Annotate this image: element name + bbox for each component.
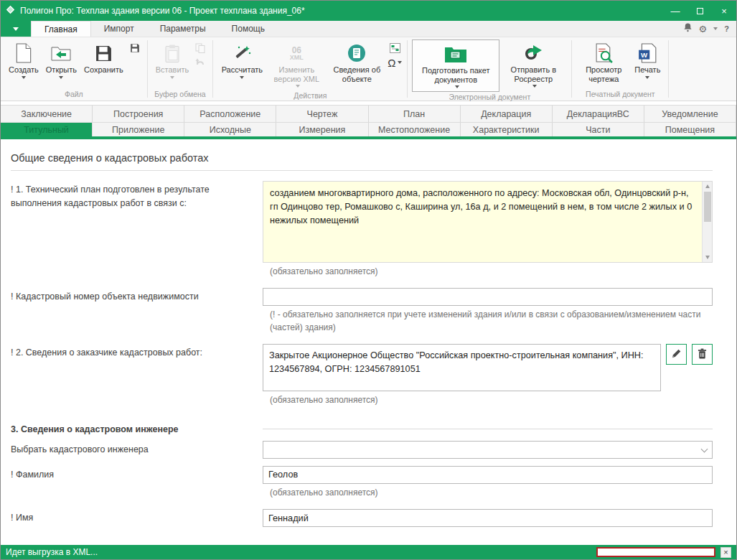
tab-mestopolozhenie[interactable]: Местоположение — [369, 123, 461, 136]
caret-down-icon — [645, 76, 649, 81]
tab-chertezh[interactable]: Чертеж — [276, 106, 368, 122]
edit-pencil-icon — [671, 348, 682, 361]
caret-down-icon — [59, 76, 63, 81]
edit-customer-button[interactable] — [666, 344, 687, 365]
delete-customer-button[interactable] — [692, 344, 713, 365]
customer-value-box[interactable]: Закрытое Акционерное Общество "Российска… — [263, 344, 661, 391]
surname-label: ! Фамилия — [11, 466, 263, 482]
status-text: Идет выгрузка в XML... — [6, 547, 98, 557]
group-separator — [668, 40, 669, 98]
scroll-down-icon[interactable] — [703, 253, 712, 262]
surname-input[interactable] — [263, 466, 713, 484]
omega-icon: Ω — [388, 57, 395, 68]
surname-hint: (обязательно заполняется) — [263, 484, 713, 506]
open-folder-icon — [50, 42, 72, 65]
send-rosreestr-icon — [523, 42, 543, 65]
save-as-icon[interactable] — [128, 42, 141, 54]
tab-deklaraciyavs[interactable]: ДекларацияВС — [553, 106, 644, 122]
preview-drawing-button[interactable]: Просмотр чертежа — [576, 39, 631, 89]
tab-import[interactable]: Импорт — [91, 21, 147, 37]
tab-prilozhenie[interactable]: Приложение — [93, 123, 184, 136]
ribbon-group-printdoc: Просмотр чертежа W Печать Печатный докум… — [572, 37, 668, 101]
caret-down-icon — [398, 61, 402, 66]
tab-izmereniya[interactable]: Измерения — [276, 123, 368, 136]
xml-version-icon: 06XML — [290, 42, 304, 65]
prepare-package-button[interactable]: Подготовить пакет документов — [412, 39, 499, 92]
caret-down-icon — [532, 85, 537, 90]
paste-icon — [164, 42, 180, 65]
save-button[interactable]: Сохранить — [80, 39, 127, 89]
minimize-icon[interactable]: — — [663, 1, 687, 21]
caret-down-icon — [296, 85, 300, 90]
tab-plan[interactable]: План — [369, 106, 461, 122]
field-row-customer: ! 2. Сведения о заказчике кадастровых ра… — [11, 344, 713, 414]
tab-harakteristiki[interactable]: Характеристики — [461, 123, 553, 136]
status-bar: Идет выгрузка в XML... × — [1, 545, 736, 559]
tab-ishodnye[interactable]: Исходные — [184, 123, 276, 136]
save-icon — [95, 42, 113, 65]
bell-icon[interactable] — [683, 22, 693, 35]
ribbon-group-clipboard: Вставить Буфер обмена — [148, 37, 213, 101]
calculate-button[interactable]: Рассчитать — [217, 39, 266, 90]
tab-zaklyuchenie[interactable]: Заключение — [1, 106, 93, 122]
ribbon-group-file: Создать Открыть Сохранить — [1, 37, 147, 101]
choose-engineer-label: Выбрать кадастрового инженера — [11, 441, 263, 457]
paste-button[interactable]: Вставить — [152, 39, 193, 89]
scroll-up-icon[interactable] — [703, 182, 712, 191]
calculate-wand-icon — [232, 42, 252, 65]
preview-drawing-icon — [594, 42, 614, 65]
tab-pomescheniya[interactable]: Помещения — [644, 123, 736, 136]
caret-down-icon — [22, 76, 26, 81]
create-button[interactable]: Создать — [5, 39, 42, 89]
copy-icon[interactable] — [194, 42, 207, 54]
print-button[interactable]: W Печать — [631, 39, 664, 89]
reason-textarea[interactable]: созданием многоквартирного дома, располо… — [263, 181, 713, 263]
caret-down-icon[interactable] — [713, 27, 718, 32]
tab-parametry[interactable]: Параметры — [147, 21, 219, 37]
tab-chasti[interactable]: Части — [553, 123, 644, 136]
tab-glavnaya[interactable]: Главная — [31, 21, 91, 37]
tab-raspolozhenie[interactable]: Расположение — [184, 106, 276, 122]
omega-symbol-button[interactable]: Ω — [388, 57, 401, 68]
tab-titulnyj[interactable]: Титульный — [1, 123, 93, 136]
name-input[interactable] — [263, 509, 713, 527]
textarea-scrollbar[interactable] — [702, 182, 712, 262]
reason-hint: (обязательно заполняется) — [263, 263, 713, 285]
change-xml-version-button[interactable]: 06XML Изменить версию XML — [266, 39, 327, 90]
object-info-button[interactable]: Сведения об объекте — [327, 39, 387, 90]
section-row-engineer: 3. Сведения о кадастровом инженере — [11, 417, 713, 437]
file-menu-button[interactable] — [1, 21, 31, 37]
tab-uvedomlenie[interactable]: Уведомление — [644, 106, 736, 122]
open-button[interactable]: Открыть — [42, 39, 80, 89]
settings-gear-icon[interactable]: ⚙ — [699, 24, 708, 34]
maximize-icon[interactable] — [687, 1, 712, 21]
group-label-file: Файл — [1, 89, 147, 101]
group-label-printdoc: Печатный документ — [572, 89, 668, 101]
trash-icon — [698, 348, 707, 361]
reason-value: созданием многоквартирного дома, располо… — [270, 188, 692, 225]
ribbon-group-actions: Рассчитать 06XML Изменить версию XML Све… — [213, 37, 407, 101]
field-row-surname: ! Фамилия (обязательно заполняется) — [11, 466, 713, 506]
doc-tabrow-2: Титульный Приложение Исходные Измерения … — [1, 122, 736, 139]
tab-deklaraciya[interactable]: Декларация — [461, 106, 553, 122]
app-logo-icon — [5, 4, 16, 18]
engineer-section-title: 3. Сведения о кадастровом инженере — [11, 417, 263, 437]
title-bar: Полигон Про: Техплан здания версии 06 - … — [1, 1, 736, 21]
form-content: Общие сведения о кадастровых работах ! 1… — [1, 139, 736, 545]
ribbon-quick-icons: ⚙ ? — [683, 21, 736, 37]
prepare-package-icon — [443, 42, 468, 65]
undo-icon[interactable] — [194, 57, 207, 68]
scroll-thumb[interactable] — [704, 192, 711, 222]
send-rosreestr-button[interactable]: Отправить в Росреестр — [499, 39, 567, 92]
tab-postroeniya[interactable]: Построения — [93, 106, 184, 122]
help-icon[interactable]: ? — [724, 25, 729, 33]
customer-hint: (обязательно заполняется) — [263, 391, 713, 414]
status-close-icon[interactable]: × — [720, 547, 731, 558]
cadastral-number-input[interactable] — [263, 288, 713, 306]
tab-pomosch[interactable]: Помощь — [219, 21, 278, 37]
close-icon[interactable]: × — [712, 1, 736, 21]
xml-structure-icon[interactable] — [388, 42, 401, 54]
name-label: ! Имя — [11, 509, 263, 525]
choose-engineer-select[interactable] — [263, 441, 713, 459]
choose-engineer-input[interactable] — [263, 441, 713, 459]
